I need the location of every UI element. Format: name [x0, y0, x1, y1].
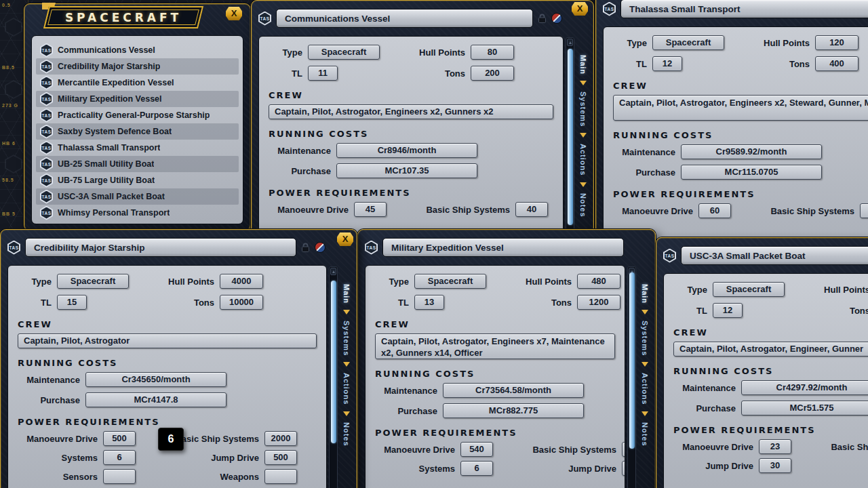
maintenance-value[interactable]: Cr345650/month: [85, 372, 226, 387]
scrollbar-thumb[interactable]: [331, 281, 336, 443]
tons-value[interactable]: 10000: [220, 295, 263, 310]
systems-value[interactable]: 6: [103, 450, 136, 465]
hull-points-value[interactable]: 80: [471, 45, 514, 60]
close-button[interactable]: X: [572, 2, 588, 16]
type-value[interactable]: Spacecraft: [713, 282, 785, 297]
list-item-military-expedition-vessel[interactable]: TAS Military Expedition Vessel: [36, 91, 239, 107]
scrollbar[interactable]: [329, 266, 338, 488]
purchase-value[interactable]: MCr51.575: [741, 401, 868, 415]
tl-label: TL: [269, 68, 302, 79]
type-value[interactable]: Spacecraft: [652, 35, 724, 50]
close-button[interactable]: X: [226, 7, 242, 20]
scroll-up-icon[interactable]: [567, 39, 573, 46]
hull-points-value[interactable]: 4000: [220, 274, 263, 289]
tl-tons-row: TL 12 Tons 400: [613, 56, 868, 71]
manoeuvre-drive-value[interactable]: 60: [698, 203, 731, 218]
type-value[interactable]: Spacecraft: [308, 45, 380, 60]
close-button[interactable]: X: [337, 232, 353, 246]
tab-notes[interactable]: Notes: [579, 193, 587, 218]
sensors-label: Sensors: [18, 472, 98, 482]
list-item-mercantile-expedition-vessel[interactable]: TAS Mercantile Expedition Vessel: [36, 75, 239, 91]
purchase-value[interactable]: MCr882.775: [443, 403, 584, 418]
list-item-ub75-large-utility-boat[interactable]: TAS UB-75 Large Utility Boat: [36, 172, 239, 188]
list-item-credibility-major-starship[interactable]: TAS Credibility Major Starship: [36, 58, 239, 75]
tl-value[interactable]: 15: [57, 295, 87, 310]
maintenance-value[interactable]: Cr9589.92/month: [681, 144, 822, 159]
manoeuvre-drive-value[interactable]: 540: [460, 442, 493, 457]
list-item-saxby-system-defence-boat[interactable]: TAS Saxby System Defence Boat: [36, 123, 239, 140]
weapons-value[interactable]: [264, 469, 297, 484]
hull-points-value[interactable]: 480: [577, 274, 620, 289]
running-costs-header: RUNNING COSTS: [18, 358, 317, 368]
list-item-whimsy-personal-transport[interactable]: TAS Whimsy Personal Transport: [36, 205, 239, 221]
sensors-value[interactable]: [103, 469, 136, 484]
list-item-usc3a-small-packet-boat[interactable]: TAS USC-3A Small Packet Boat: [36, 188, 239, 205]
tab-main[interactable]: Main: [579, 55, 587, 75]
type-label: Type: [673, 285, 707, 295]
list-item-practicality-starship[interactable]: TAS Practicality General-Purpose Starshi…: [36, 107, 239, 123]
tl-value[interactable]: 11: [308, 66, 338, 81]
tab-actions[interactable]: Actions: [579, 144, 587, 176]
purchase-value[interactable]: MCr107.35: [336, 163, 477, 178]
crew-value[interactable]: Captain, Pilot, Astrogator, Engineers x7…: [375, 333, 615, 359]
maintenance-value[interactable]: Cr4297.92/month: [741, 380, 868, 395]
list-item-ub25-small-utility-boat[interactable]: TAS UB-25 Small Utility Boat: [36, 156, 239, 172]
scrollbar-thumb[interactable]: [568, 49, 573, 225]
maintenance-value[interactable]: Cr8946/month: [336, 143, 477, 158]
tons-value[interactable]: 200: [471, 66, 514, 81]
systems-value[interactable]: 6: [460, 461, 493, 476]
purchase-value[interactable]: MCr115.0705: [681, 165, 822, 180]
list-item-thalassa-small-transport[interactable]: TAS Thalassa Small Transport: [36, 140, 239, 156]
crew-value[interactable]: Captain, Pilot, Astrogator: [18, 333, 317, 348]
type-hull-row: Type Spacecraft Hull Points 120: [613, 35, 868, 50]
tab-notes[interactable]: Notes: [641, 422, 649, 447]
tab-systems[interactable]: Systems: [342, 321, 351, 356]
manoeuvre-drive-value[interactable]: 23: [759, 439, 791, 454]
jump-drive-value[interactable]: 120: [622, 461, 625, 476]
scroll-up-icon[interactable]: [330, 268, 336, 275]
tons-value[interactable]: 1200: [577, 295, 620, 310]
list-item-label: USC-3A Small Packet Boat: [58, 192, 165, 201]
tab-main[interactable]: Main: [342, 284, 351, 304]
tl-value[interactable]: 13: [414, 295, 444, 310]
power-row: Manoeuvre Drive 23 Basic Ship Systems: [673, 439, 868, 454]
type-value[interactable]: Spacecraft: [414, 274, 486, 289]
tab-notes[interactable]: Notes: [342, 422, 351, 447]
crew-value[interactable]: Captain, Pilot, Astrogator, Engineers x2…: [613, 95, 868, 121]
hull-points-value[interactable]: 120: [815, 35, 859, 50]
basic-ship-systems-value[interactable]: 240: [622, 442, 625, 457]
jump-drive-value[interactable]: 500: [264, 450, 297, 465]
manoeuvre-drive-value[interactable]: 500: [103, 431, 136, 446]
tab-systems[interactable]: Systems: [579, 92, 587, 127]
purchase-value[interactable]: MCr4147.8: [85, 392, 226, 407]
maintenance-value[interactable]: Cr73564.58/month: [443, 383, 584, 398]
jump-drive-value[interactable]: 30: [759, 458, 791, 473]
tons-value[interactable]: 400: [815, 56, 859, 71]
scrollbar-thumb[interactable]: [629, 272, 635, 449]
power-requirements-header: POWER REQUIREMENTS: [673, 425, 868, 435]
crew-value[interactable]: Captain, Pilot, Astrogator, Engineer, Gu…: [673, 342, 868, 357]
purchase-row: Purchase MCr115.0705: [613, 165, 868, 180]
seal-icon[interactable]: [315, 242, 326, 253]
maintenance-label: Maintenance: [375, 386, 437, 396]
lock-icon[interactable]: [538, 14, 547, 24]
hexagon-decor: [5, 155, 22, 174]
tab-actions[interactable]: Actions: [342, 373, 351, 405]
scrollbar[interactable]: [627, 266, 636, 488]
list-item-communications-vessel[interactable]: TAS Communications Vessel: [36, 42, 239, 58]
manoeuvre-drive-value[interactable]: 45: [354, 202, 387, 217]
tab-systems[interactable]: Systems: [641, 321, 649, 356]
basic-ship-systems-label: Basic Ship Systems: [408, 205, 510, 215]
tl-value[interactable]: 12: [713, 303, 743, 318]
tl-value[interactable]: 12: [652, 56, 682, 71]
basic-ship-systems-value[interactable]: 2000: [264, 431, 297, 446]
crew-value[interactable]: Captain, Pilot, Astrogator, Engineers x2…: [269, 104, 553, 119]
seal-icon[interactable]: [551, 13, 562, 24]
tab-actions[interactable]: Actions: [641, 373, 649, 405]
list-item-label: Communications Vessel: [58, 45, 155, 55]
basic-ship-systems-value[interactable]: 80: [860, 203, 868, 218]
type-value[interactable]: Spacecraft: [57, 274, 129, 289]
tab-main[interactable]: Main: [641, 284, 649, 304]
lock-icon[interactable]: [301, 243, 310, 253]
basic-ship-systems-value[interactable]: 40: [515, 202, 548, 217]
